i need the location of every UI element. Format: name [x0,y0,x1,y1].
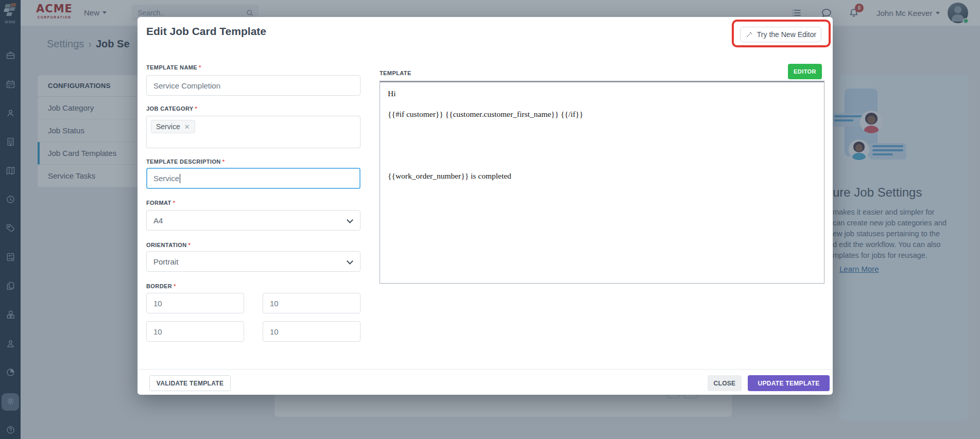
template-description-label: TEMPLATE DESCRIPTION* [146,159,225,165]
edit-job-card-template-modal: Edit Job Card Template Try the New Edito… [137,17,833,395]
template-editor-content[interactable]: Hi {{#if customer}} {{customer.customer_… [380,82,824,283]
try-new-editor-button[interactable]: Try the New Editor [740,27,821,42]
close-button[interactable]: CLOSE [708,375,742,391]
job-category-multiselect[interactable]: Service ✕ [146,116,360,148]
template-description-value: Service [153,174,179,183]
border-bottom-right-input[interactable] [263,321,360,342]
text-cursor [180,174,180,183]
template-name-input[interactable] [146,75,360,96]
border-bottom-left-input[interactable] [146,321,244,342]
chevron-down-icon [347,217,353,223]
border-top-right-input[interactable] [263,293,360,313]
template-editor-box: Hi {{#if customer}} {{customer.customer_… [380,81,824,284]
orientation-value: Portrait [153,257,178,266]
update-template-button[interactable]: UPDATE TEMPLATE [748,375,830,391]
orientation-label: ORIENTATION* [146,242,191,248]
editor-badge: EDITOR [788,64,822,79]
modal-footer: VALIDATE TEMPLATE CLOSE UPDATE TEMPLATE [137,369,833,395]
job-category-chip: Service ✕ [151,120,195,133]
template-name-label: TEMPLATE NAME* [146,64,201,71]
chip-label: Service [156,122,180,131]
format-select[interactable]: A4 [146,210,360,231]
app-viewport: UOU ACME CORPORATION New [0,0,980,439]
modal-title: Edit Job Card Template [146,25,266,38]
chip-remove-icon[interactable]: ✕ [184,123,190,131]
border-label: BORDER* [146,283,176,289]
format-value: A4 [153,216,163,225]
try-new-editor-label: Try the New Editor [757,30,816,39]
orientation-select[interactable]: Portrait [146,251,360,272]
chevron-down-icon [347,258,353,265]
format-label: FORMAT* [146,200,175,206]
template-description-input[interactable]: Service [146,168,360,189]
border-top-left-input[interactable] [146,293,244,313]
magic-wand-icon [745,31,753,39]
template-label: TEMPLATE [380,70,411,76]
job-category-label: JOB CATEGORY* [146,106,197,112]
validate-template-button[interactable]: VALIDATE TEMPLATE [149,375,231,391]
